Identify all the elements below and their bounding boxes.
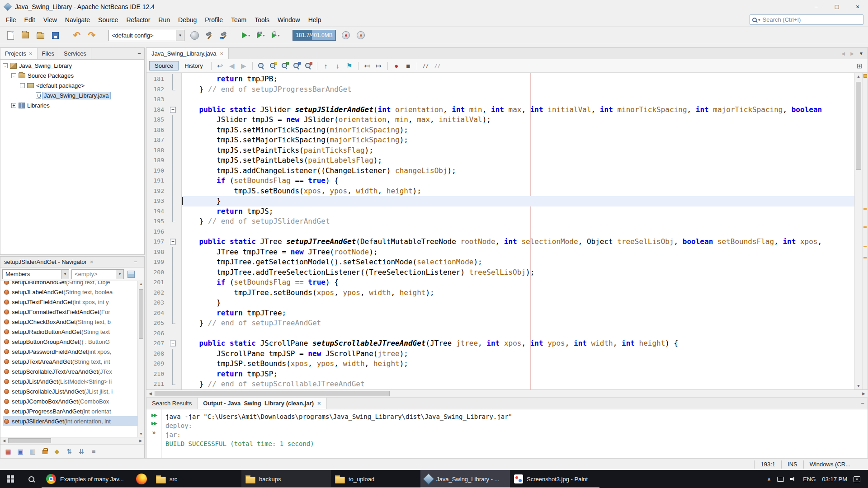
close-window-button[interactable]: × [847, 0, 868, 13]
start-macro-recording-button[interactable]: ● [391, 61, 402, 71]
filter-getters-icon[interactable]: ◆ [52, 446, 62, 457]
minimize-window-button[interactable]: − [806, 0, 826, 13]
save-all-button[interactable] [48, 28, 62, 42]
menu-item-source[interactable]: Source [94, 14, 122, 25]
navigator-item-setupjbuttonandget[interactable]: setupJButtonAndGet(String text, Obje [3, 281, 137, 287]
taskbar-button-java-swing-library[interactable]: Java_Swing_Library - ... [420, 470, 510, 488]
tree-item-default-package[interactable]: -<default package> [0, 80, 144, 90]
code-line-196[interactable]: 196 [146, 227, 868, 237]
menu-item-window[interactable]: Window [274, 14, 304, 25]
warning-mark[interactable] [863, 257, 867, 258]
navigator-item-setupjlabelandget[interactable]: setupJLabelAndGet(String text, boolea [3, 287, 137, 297]
code-line-206[interactable]: 206 [146, 328, 868, 339]
menu-item-file[interactable]: File [2, 14, 20, 25]
menu-item-debug[interactable]: Debug [174, 14, 201, 25]
filter-static-icon[interactable]: ▥ [27, 446, 38, 457]
sort-source-icon[interactable]: ⇊ [76, 446, 87, 457]
navigator-header[interactable]: setupJSliderAndGet - Navigator × − [0, 257, 144, 267]
navigator-horizontal-scrollbar[interactable]: ◀ ▶ [0, 437, 144, 444]
next-bookmark-button[interactable]: ↓ [332, 61, 343, 71]
collapse-all-icon[interactable]: ≡ [88, 446, 99, 457]
warning-mark[interactable] [863, 226, 867, 228]
comment-button[interactable]: // [420, 61, 431, 71]
taskbar-button-firefox[interactable] [131, 470, 152, 488]
new-file-button[interactable] [4, 28, 17, 42]
navigator-item-setupjradiobuttonandget[interactable]: setupJRadioButtonAndGet(String text [3, 327, 137, 337]
code-line-211[interactable]: 211 } // end of setupScrollableJTreeAndG… [146, 379, 868, 389]
code-line-183[interactable]: 183 [146, 94, 868, 105]
scrollbar-thumb[interactable] [139, 289, 143, 339]
editor-tab-java-swing-library[interactable]: Java_Swing_Library.java × [146, 48, 229, 59]
tab-files[interactable]: Files [38, 48, 59, 59]
editor-vertical-scrollbar[interactable]: ▲ ▼ [854, 73, 862, 389]
code-line-191[interactable]: 191 if (setBoundsFlag == true) { [146, 176, 868, 186]
code-line-194[interactable]: 194 return tmpJS; [146, 206, 868, 217]
output-tab-output-java-swing-library-clean-jar[interactable]: Output - Java_Swing_Library (clean,jar)× [198, 398, 327, 409]
split-window-button[interactable]: ⊞ [854, 61, 865, 71]
code-line-189[interactable]: 189 tmpJS.setPaintLabels(paintLabelsFlag… [146, 155, 868, 166]
stop-macro-recording-button[interactable]: ■ [403, 61, 414, 71]
menu-item-view[interactable]: View [39, 14, 61, 25]
code-line-197[interactable]: 197 public static JTree setupJTreeAndGet… [146, 237, 868, 247]
code-line-203[interactable]: 203 } [146, 298, 868, 308]
volume-tray-button[interactable] [787, 470, 800, 488]
code-line-184[interactable]: 184 public static JSlider setupJSliderAn… [146, 105, 868, 115]
start-button[interactable] [0, 470, 21, 488]
filter-inherited-icon[interactable]: ▦ [3, 446, 14, 457]
filter-fields-icon[interactable]: ▣ [15, 446, 26, 457]
navigator-item-setupscrollablejlistandget[interactable]: setupScrollableJListAndGet(JList jlist, … [3, 386, 137, 396]
scrollbar-thumb[interactable] [856, 82, 861, 170]
quick-search[interactable]: ▾ [750, 14, 863, 25]
navigator-vertical-scrollbar[interactable]: ▲ ▼ [137, 281, 144, 437]
scroll-tabs-right-button[interactable]: ▶ [848, 51, 857, 56]
menu-item-team[interactable]: Team [227, 14, 250, 25]
shift-left-button[interactable]: ↤ [362, 61, 373, 71]
output-tab-search-results[interactable]: Search Results [146, 398, 198, 409]
taskbar-button-screenshot3-jpg-paint[interactable]: Screenshot3.jpg - Paint [510, 470, 599, 488]
navigator-item-setupjsliderandget[interactable]: setupJSliderAndGet(int orientation, int [3, 416, 137, 426]
taskbar-search-button[interactable] [21, 470, 42, 488]
scroll-left-icon[interactable]: ◀ [146, 390, 154, 397]
source-view-button[interactable]: Source [149, 61, 179, 70]
scroll-right-icon[interactable]: ▶ [860, 390, 868, 397]
code-line-198[interactable]: 198 JTree tmpJTree = new JTree(rootNode)… [146, 247, 868, 258]
warning-mark[interactable] [863, 208, 867, 210]
sort-alpha-icon[interactable]: ⇅ [64, 446, 75, 457]
code-line-195[interactable]: 195 } // end of setupJSliderAndGet [146, 216, 868, 227]
taskbar-button-examples-of-many-jav[interactable]: Examples of many Jav... [42, 470, 131, 488]
menu-item-help[interactable]: Help [304, 14, 326, 25]
code-line-209[interactable]: 209 tmpJSP.setBounds(xpos, ypos, width, … [146, 359, 868, 369]
config-dropdown[interactable]: <default config> ▾ [108, 30, 184, 41]
fold-collapse-icon[interactable] [166, 338, 182, 349]
language-indicator[interactable]: ENG [800, 470, 819, 488]
output-options-button[interactable]: » [152, 429, 156, 436]
filter-dropdown[interactable]: <empty> ▾ [71, 269, 124, 279]
code-line-193[interactable]: 193 } [146, 196, 868, 206]
tab-list-button[interactable]: ▼ [857, 51, 866, 56]
code-line-192[interactable]: 192 tmpJS.setBounds(xpos, ypos, width, h… [146, 186, 868, 197]
search-input[interactable] [763, 16, 861, 23]
code-line-205[interactable]: 205 } // end of setupJTreeAndGet [146, 318, 868, 328]
titlebar[interactable]: Java_Swing_Library - Apache NetBeans IDE… [0, 0, 868, 13]
collapse-icon[interactable]: - [3, 63, 8, 68]
code-line-181[interactable]: 181 return tmpJPB; [146, 74, 868, 84]
navigator-item-setupjpasswordfieldandget[interactable]: setupJPasswordFieldAndGet(int xpos, [3, 347, 137, 357]
forward-button[interactable]: ▶ [238, 61, 249, 71]
scroll-up-icon[interactable]: ▲ [855, 74, 862, 79]
tree-item-libraries[interactable]: +Libraries [0, 100, 144, 110]
menu-item-edit[interactable]: Edit [20, 14, 39, 25]
previous-bookmark-button[interactable]: ↑ [321, 61, 331, 71]
navigator-item-setupbuttongroupandget[interactable]: setupButtonGroupAndGet() : ButtonG [3, 337, 137, 347]
toggle-bookmark-button[interactable]: ⚑ [344, 61, 355, 71]
back-button[interactable]: ◀ [226, 61, 237, 71]
minimize-panel-button[interactable]: − [134, 48, 144, 59]
new-project-button[interactable] [19, 28, 32, 42]
close-icon[interactable]: × [220, 51, 224, 56]
clean-build-project-button[interactable] [217, 28, 231, 42]
code-line-182[interactable]: 182 } // end of setupJProgressBarAndGet [146, 84, 868, 95]
minimize-navigator-button[interactable]: − [131, 258, 141, 265]
debug-project-button[interactable]: ▾ [254, 28, 268, 42]
status-indicator-icon[interactable] [863, 74, 867, 78]
code-line-199[interactable]: 199 tmpJTree.getSelectionModel().setSele… [146, 257, 868, 267]
menu-item-profile[interactable]: Profile [201, 14, 227, 25]
